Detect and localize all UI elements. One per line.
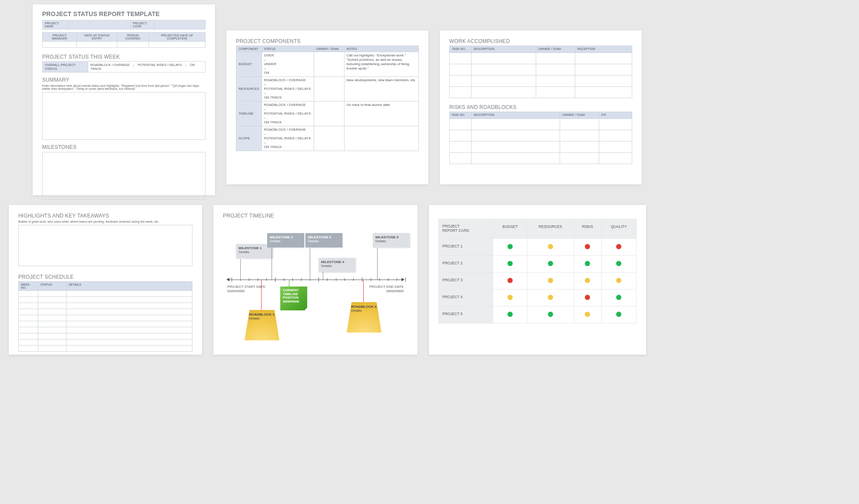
risks-table: RISK NO. DESCRIPTION OWNER / TEAM FIX [449, 112, 632, 164]
th-fix: FIX [599, 112, 632, 119]
cell-manager[interactable] [43, 42, 77, 48]
status-dot-icon [507, 278, 513, 283]
cell-project-name[interactable] [69, 20, 131, 30]
milestones-box[interactable] [42, 152, 206, 200]
cell-project-name: PROJECT 5 [439, 306, 493, 323]
cell-project-name: PROJECT 1 [439, 238, 493, 255]
cell-project-code[interactable] [154, 20, 206, 30]
status-cell [601, 272, 636, 289]
th-description: DESCRIPTION [471, 46, 536, 53]
status-cell [527, 255, 574, 272]
label-completion: PROJECTED DATE OF COMPLETION [149, 33, 205, 42]
heading-highlights: HIGHLIGHTS AND KEY TAKEAWAYS [18, 213, 192, 219]
table-row [450, 142, 632, 153]
table-row: BUDGET OVER – UNDER – ON Call out highli… [236, 52, 419, 77]
cell-component: RESOURCES [236, 77, 262, 102]
th-reception: RECEPTION [575, 46, 632, 53]
timeline-diagram: MILESTONE 1Details MILESTONE 2Details MI… [223, 223, 408, 345]
cell-status[interactable]: OVER – UNDER – ON [262, 52, 314, 77]
status-dot-icon [548, 295, 553, 300]
heading-summary: SUMMARY [42, 77, 206, 83]
table-row: TIMELINE ROADBLOCK / OVERAGE – POTENTIAL… [236, 102, 419, 126]
th-owner: OWNER / TEAM [314, 46, 344, 52]
table-row [450, 53, 632, 64]
table-row [19, 327, 192, 333]
status-cell [493, 238, 527, 255]
cell-notes[interactable]: On track to final launch date [344, 102, 418, 126]
table-row [450, 153, 632, 164]
heading-milestones: MILESTONES [42, 144, 206, 150]
milestone-4-box: MILESTONE 4Details [318, 258, 355, 272]
table-row [450, 76, 632, 87]
milestone-3-box: MILESTONE 3Details [305, 233, 342, 247]
status-dot-icon [507, 312, 513, 317]
cell-owner[interactable] [314, 126, 344, 151]
th-description: DESCRIPTION [471, 112, 560, 119]
status-dot-icon [548, 278, 553, 283]
card-status-report: PROJECT STATUS REPORT TEMPLATE PROJECT N… [33, 4, 215, 195]
status-cell [601, 289, 636, 306]
th-resources: RESOURCES [527, 219, 574, 239]
heading-schedule: PROJECT SCHEDULE [18, 274, 192, 280]
roadblock-1-box: ROADBLOCK 1Details [245, 310, 279, 340]
cell-project-name: PROJECT 2 [439, 255, 493, 272]
th-risks: RISKS [574, 219, 601, 239]
label-project-name: PROJECT NAME [43, 20, 69, 30]
status-cell [493, 255, 527, 272]
roadblock-2-box: ROADBLOCK 2Details [347, 302, 381, 333]
heading-work: WORK ACCOMPLISHED [449, 38, 632, 44]
cell-period[interactable] [117, 42, 149, 48]
table-row [19, 297, 192, 303]
label-manager: PROJECT MANAGER [43, 33, 77, 42]
table-row: PROJECT 4 [439, 289, 637, 306]
timeline-start-label: PROJECT START DATE00/00/0000 [227, 285, 265, 293]
cell-completion[interactable] [149, 42, 205, 48]
status-dot-icon [585, 278, 590, 283]
cell-owner[interactable] [314, 102, 344, 126]
table-row: RESOURCES ROADBLOCK / OVERAGE – POTENTIA… [236, 77, 419, 102]
highlights-box[interactable] [18, 225, 192, 266]
status-cell [527, 306, 574, 323]
hint-highlights: Bullets of great work, who owns what, wh… [18, 220, 192, 223]
cell-status[interactable]: ROADBLOCK / OVERAGE – POTENTIAL RISKS / … [262, 102, 314, 126]
cell-notes[interactable]: Call out highlights: "Exceptional work."… [344, 52, 418, 77]
report-card-table: PROJECTREPORT CARD BUDGET RESOURCES RISK… [438, 219, 637, 323]
card-work-risks: WORK ACCOMPLISHED TASK NO. DESCRIPTION O… [440, 30, 642, 184]
cell-notes[interactable]: New developments, new team members, etc. [344, 77, 418, 102]
cell-date-entry[interactable] [77, 42, 117, 48]
cell-project-name: PROJECT 4 [439, 289, 493, 306]
label-date-entry: DATE OF STATUS ENTRY [77, 33, 117, 42]
meta-table-2: PROJECT MANAGER DATE OF STATUS ENTRY PER… [42, 32, 206, 48]
cell-status[interactable]: ROADBLOCK / OVERAGE – POTENTIAL RISKS / … [262, 126, 314, 151]
status-dot-icon [548, 261, 553, 266]
th-details: DETAILS [66, 282, 192, 291]
card-title: PROJECT STATUS REPORT TEMPLATE [42, 10, 206, 17]
status-dot-icon [585, 312, 590, 317]
table-row: PROJECT 5 [439, 306, 637, 323]
current-position-box: CURRENT TIMELINE POSITION 00/00/0000 [280, 287, 307, 310]
cell-owner[interactable] [314, 52, 344, 77]
card-title: PROJECT TIMELINE [223, 213, 408, 219]
table-row [19, 291, 192, 297]
card-highlights-schedule: HIGHLIGHTS AND KEY TAKEAWAYS Bullets of … [9, 205, 202, 355]
table-row: PROJECT 3 [439, 272, 637, 289]
status-dot-icon [548, 312, 553, 317]
th-report-card: PROJECTREPORT CARD [439, 219, 493, 239]
timeline-axis [227, 280, 404, 280]
status-dot-icon [616, 278, 621, 283]
cell-overall-status[interactable]: ROADBLOCK / OVERAGE | POTENTIAL RISKS / … [88, 62, 206, 72]
label-overall-status: OVERALL PROJECT STATUS [43, 62, 88, 72]
summary-box[interactable] [42, 92, 206, 140]
status-cell [574, 306, 601, 323]
status-cell [574, 238, 601, 255]
table-row: SCOPE ROADBLOCK / OVERAGE – POTENTIAL RI… [236, 126, 419, 151]
heading-risks: RISKS AND ROADBLOCKS [449, 104, 632, 110]
table-row [19, 333, 192, 339]
table-row [19, 303, 192, 309]
table-row [19, 309, 192, 315]
status-cell [601, 255, 636, 272]
cell-status[interactable]: ROADBLOCK / OVERAGE – POTENTIAL RISKS / … [262, 77, 314, 102]
cell-notes[interactable] [344, 126, 418, 151]
cell-owner[interactable] [314, 77, 344, 102]
status-dot-icon [585, 261, 590, 266]
